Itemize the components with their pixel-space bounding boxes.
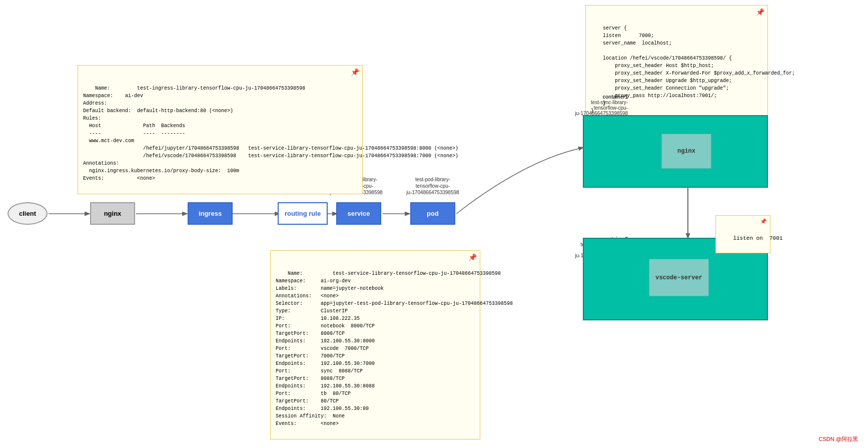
service-panel-content: Name: test-service-library-tensorflow-cp… <box>276 271 513 426</box>
pod-node-label: test-pod-library-tensorflow-cpu-ju-17048… <box>400 176 465 196</box>
ingress-panel-pin: 📌 <box>351 68 359 78</box>
nginx-flow-label: nginx <box>104 210 122 217</box>
container1-block: nginx <box>583 115 768 188</box>
nginx-container-label: nginx <box>677 148 695 155</box>
service-info-panel: 📌 Name: test-service-library-tensorflow-… <box>270 250 480 439</box>
listen-on-label: 📌 listen on 7001 <box>715 215 770 253</box>
ingress-info-panel: 📌 Name: test-ingress-library-tensorflow-… <box>78 65 363 194</box>
pod-label: pod <box>427 210 439 217</box>
routing-rule-label: routing rule <box>285 210 321 217</box>
service-label: service <box>348 210 370 217</box>
ingress-panel-content: Name: test-ingress-library-tensorflow-cp… <box>83 86 458 181</box>
watermark: CSDN @阿拉黑 <box>819 435 858 443</box>
listen-pin: 📌 <box>760 218 767 226</box>
canvas: client nginx ingress routing rule servic… <box>0 0 868 448</box>
ingress-node[interactable]: ingress <box>188 202 233 225</box>
nginx-flow-node[interactable]: nginx <box>90 202 135 225</box>
nginx-container-inner[interactable]: nginx <box>661 134 711 169</box>
service-node[interactable]: service <box>336 202 381 225</box>
listen-text: listen on 7001 <box>733 235 782 241</box>
vscode-container-label: vscode-server <box>655 274 702 281</box>
nginx-config-pin: 📌 <box>756 8 764 18</box>
service-panel-pin: 📌 <box>468 253 477 263</box>
pod-node[interactable]: pod <box>410 202 455 225</box>
ingress-label: ingress <box>199 210 222 217</box>
container1-label-text: container1 test-sync-library- tensorflow… <box>548 94 628 116</box>
client-label: client <box>19 210 36 217</box>
client-node[interactable]: client <box>8 202 48 225</box>
vscode-container-inner[interactable]: vscode-server <box>649 259 709 296</box>
routing-rule-node[interactable]: routing rule <box>278 202 328 225</box>
